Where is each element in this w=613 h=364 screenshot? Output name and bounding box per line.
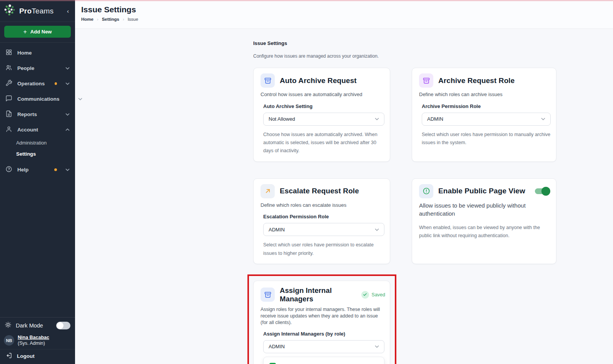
chevron-down-icon — [78, 98, 82, 100]
card-title: Auto Archive Request — [280, 76, 357, 85]
add-new-button[interactable]: + Add New — [4, 26, 71, 38]
chevron-down-icon — [65, 67, 70, 70]
breadcrumb: Home › Settings › Issue — [81, 17, 613, 22]
help-circle-icon — [5, 166, 12, 174]
sidebar-item-account[interactable]: Account — [0, 122, 75, 137]
avatar: NB — [4, 335, 14, 346]
sidebar: ProTeams ‹ + Add New Home — [0, 0, 75, 364]
card-archive-request-role: Archive Request Role Define which roles … — [412, 68, 556, 162]
page-title: Issue Settings — [81, 5, 613, 14]
user-role: (Sys. Admin) — [18, 341, 49, 346]
chevron-down-icon — [375, 345, 379, 348]
help-text: When enabled, issues can be viewed by an… — [419, 224, 551, 240]
field-label: Escalation Permission Role — [263, 214, 384, 219]
plus-icon: + — [23, 29, 27, 35]
dark-mode-toggle[interactable] — [56, 322, 70, 329]
user-name-link[interactable]: Nina Bacabac — [18, 335, 49, 340]
section-description: Configure how issues are managed across … — [253, 53, 557, 59]
document-icon — [5, 110, 12, 118]
sidebar-item-settings[interactable]: Settings — [0, 148, 75, 160]
alert-circle-icon — [419, 184, 433, 198]
chevron-down-icon — [375, 118, 379, 120]
breadcrumb-home[interactable]: Home — [81, 17, 94, 22]
card-title: Enable Public Page View — [438, 187, 525, 195]
section-title: Issue Settings — [253, 40, 557, 46]
sidebar-item-people[interactable]: People — [0, 60, 75, 76]
card-title: Archive Request Role — [438, 76, 514, 85]
card-escalate-request-role: Escalate Request Role Define which roles… — [253, 178, 390, 264]
user-profile[interactable]: NB Nina Bacabac (Sys. Admin) — [0, 333, 75, 349]
issue-settings-panel: Issue Settings Configure how issues are … — [253, 40, 557, 364]
sidebar-item-help[interactable]: Help — [0, 162, 75, 177]
saved-status-badge: Saved — [361, 291, 385, 299]
sun-icon — [5, 321, 12, 329]
chevron-down-icon — [375, 228, 379, 231]
breadcrumb-separator-icon: › — [97, 17, 99, 22]
dark-mode-row: Dark Mode — [0, 317, 75, 333]
chat-bubble-icon — [5, 95, 12, 103]
field-label: Assign Internal Managers (by role) — [263, 331, 384, 337]
chevron-down-icon — [541, 118, 545, 120]
user-icon — [5, 126, 12, 134]
sidebar-item-communications[interactable]: Communications — [0, 91, 75, 106]
card-enable-public-page-view: Enable Public Page View Allow issues to … — [412, 178, 556, 264]
role-options-dropdown: ADMIN SUPPORT — [263, 357, 384, 364]
sidebar-item-reports[interactable]: Reports — [0, 106, 75, 122]
card-title: Assign Internal Managers — [280, 286, 352, 303]
main-area: Issue Settings Home › Settings › Issue I… — [75, 0, 613, 364]
sidebar-nav: Home People Operations — [0, 43, 75, 317]
dashboard-grid-icon — [5, 49, 12, 57]
public-page-view-toggle[interactable] — [535, 188, 549, 194]
card-description: Assign roles for your internal managers.… — [261, 306, 385, 326]
card-assign-internal-managers: Assign Internal Managers Saved Assign ro… — [253, 281, 390, 364]
help-text: Select which user roles have permission … — [263, 241, 384, 258]
card-auto-archive-request: Auto Archive Request Control how issues … — [253, 68, 390, 162]
sidebar-item-home[interactable]: Home — [0, 45, 75, 60]
breadcrumb-issue: Issue — [128, 17, 139, 22]
chevron-up-icon — [65, 128, 70, 131]
breadcrumb-settings[interactable]: Settings — [102, 17, 119, 22]
help-text: Choose how issues are automatically arch… — [263, 131, 384, 155]
brand-name: ProTeams — [19, 7, 53, 15]
card-title: Escalate Request Role — [280, 187, 359, 195]
check-circle-icon — [361, 291, 369, 299]
people-icon — [5, 64, 12, 72]
arrow-up-right-icon — [261, 184, 275, 198]
wrench-icon — [5, 80, 12, 88]
sidebar-collapse-icon[interactable]: ‹ — [65, 7, 70, 15]
card-description: Define which roles can archive issues — [419, 91, 551, 98]
help-text: Select which user roles have permission … — [422, 131, 551, 147]
archive-box-icon — [261, 288, 275, 302]
proteams-logo-icon — [4, 4, 17, 18]
field-label: Auto Archive Setting — [263, 103, 384, 109]
field-label: Archive Permission Role — [422, 103, 551, 109]
escalation-permission-role-select[interactable]: ADMIN — [263, 223, 384, 236]
option-admin[interactable]: ADMIN — [264, 360, 384, 364]
brand-header: ProTeams ‹ — [0, 0, 75, 22]
assign-internal-managers-select[interactable]: ADMIN — [263, 340, 384, 353]
sidebar-item-operations[interactable]: Operations — [0, 76, 75, 91]
card-description: Allow issues to be viewed publicly witho… — [419, 201, 527, 218]
notification-dot — [54, 168, 57, 171]
auto-archive-setting-select[interactable]: Not Allowed — [263, 113, 384, 126]
archive-box-icon — [261, 73, 275, 88]
chevron-down-icon — [65, 82, 70, 85]
checkbox-checked-icon[interactable] — [269, 363, 276, 364]
top-accent-strip — [0, 0, 613, 1]
logout-button[interactable]: Logout — [0, 349, 75, 364]
chevron-down-icon — [65, 113, 70, 116]
card-description: Control how issues are automatically arc… — [261, 91, 385, 98]
archive-permission-role-select[interactable]: ADMIN — [422, 113, 551, 126]
empty-grid-cell — [412, 281, 556, 364]
chevron-down-icon — [65, 168, 70, 171]
page-header: Issue Settings Home › Settings › Issue — [75, 0, 613, 29]
archive-box-icon — [419, 73, 433, 88]
card-description: Define which roles can escalate issues — [261, 202, 385, 209]
notification-dot — [55, 82, 57, 85]
breadcrumb-separator-icon: › — [123, 17, 124, 22]
logout-icon — [6, 352, 12, 360]
sidebar-item-administration[interactable]: Administration — [0, 137, 75, 148]
